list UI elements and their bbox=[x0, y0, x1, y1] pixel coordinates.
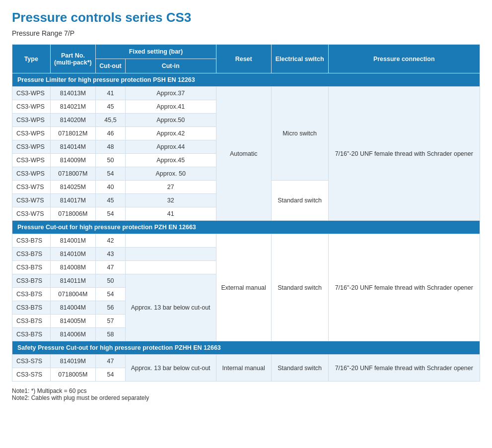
notes-section: Note1: *) Multipack = 60 pcs Note2: Cabl… bbox=[12, 387, 480, 401]
cell-cutin: Approx.50 bbox=[125, 114, 216, 127]
cell-pressure-connection: 7/16"-20 UNF female thread with Schrader… bbox=[328, 355, 480, 382]
cell-partno: 0718006M bbox=[50, 207, 96, 221]
cell-cutout: 54 bbox=[96, 288, 125, 301]
header-partno: Part No.(multi-pack*) bbox=[50, 45, 96, 73]
cell-cutin: Approx.45 bbox=[125, 154, 216, 167]
cell-cutout: 42 bbox=[96, 234, 125, 248]
cell-reset: Internal manual bbox=[216, 355, 271, 382]
page-title: Pressure controls series CS3 bbox=[12, 10, 480, 25]
cell-cutin: Approx. 50 bbox=[125, 167, 216, 181]
cell-partno: 814009M bbox=[50, 154, 96, 167]
cell-cutin bbox=[125, 261, 216, 274]
cell-cutout: 50 bbox=[96, 274, 125, 288]
cell-cutout: 45,5 bbox=[96, 114, 125, 127]
cell-cutout: 54 bbox=[96, 368, 125, 382]
cell-partno: 0718012M bbox=[50, 127, 96, 140]
cell-type: CS3-WPS bbox=[12, 100, 51, 114]
cell-type: CS3-WPS bbox=[12, 154, 51, 167]
cell-type: CS3-S7S bbox=[12, 355, 51, 368]
table-row: CS3-S7S814019M47Approx. 13 bar below cut… bbox=[12, 355, 480, 368]
cell-cutout: 50 bbox=[96, 154, 125, 167]
section-header-1: Pressure Cut-out for high pressure prote… bbox=[12, 221, 480, 234]
cell-electrical-switch: Micro switch bbox=[271, 87, 328, 181]
cell-type: CS3-B7S bbox=[12, 288, 51, 301]
cell-cutout: 45 bbox=[96, 100, 125, 114]
cell-cutin: 41 bbox=[125, 207, 216, 221]
cell-cutout: 54 bbox=[96, 167, 125, 181]
cell-type: CS3-B7S bbox=[12, 315, 51, 328]
cell-partno: 0718007M bbox=[50, 167, 96, 181]
cell-partno: 0718005M bbox=[50, 368, 96, 382]
subtitle: Pressure Range 7/P bbox=[12, 29, 480, 37]
cell-cutout: 57 bbox=[96, 315, 125, 328]
cell-cutin bbox=[125, 248, 216, 261]
cell-cutin: 27 bbox=[125, 181, 216, 194]
cell-partno: 814006M bbox=[50, 328, 96, 341]
cell-partno: 814025M bbox=[50, 181, 96, 194]
cell-partno: 814014M bbox=[50, 140, 96, 154]
main-table: Type Part No.(multi-pack*) Fixed setting… bbox=[12, 44, 480, 382]
cell-cutin: Approx.42 bbox=[125, 127, 216, 140]
cell-reset: Automatic bbox=[216, 87, 271, 221]
cell-cutin: Approx.44 bbox=[125, 140, 216, 154]
cell-type: CS3-B7S bbox=[12, 301, 51, 315]
header-cutin: Cut-in bbox=[125, 59, 216, 73]
cell-cutin: Approx.37 bbox=[125, 87, 216, 100]
cell-electrical-switch: Standard switch bbox=[271, 181, 328, 221]
note2: Note2: Cables with plug must be ordered … bbox=[12, 394, 480, 401]
cell-type: CS3-W7S bbox=[12, 181, 51, 194]
cell-partno: 814011M bbox=[50, 274, 96, 288]
cell-type: CS3-WPS bbox=[12, 167, 51, 181]
cell-cutin: Approx. 13 bar below cut-out bbox=[125, 274, 216, 341]
cell-partno: 814019M bbox=[50, 355, 96, 368]
cell-cutout: 43 bbox=[96, 248, 125, 261]
cell-cutout: 45 bbox=[96, 194, 125, 207]
cell-reset: External manual bbox=[216, 234, 271, 341]
cell-cutout: 54 bbox=[96, 207, 125, 221]
cell-cutout: 46 bbox=[96, 127, 125, 140]
cell-partno: 814010M bbox=[50, 248, 96, 261]
section-header-2: Safety Pressure Cut-out for high pressur… bbox=[12, 341, 480, 355]
cell-type: CS3-B7S bbox=[12, 234, 51, 248]
cell-electrical-switch: Standard switch bbox=[271, 355, 328, 382]
cell-partno: 814013M bbox=[50, 87, 96, 100]
cell-type: CS3-B7S bbox=[12, 328, 51, 341]
cell-type: CS3-B7S bbox=[12, 248, 51, 261]
cell-type: CS3-WPS bbox=[12, 127, 51, 140]
cell-cutin: Approx.41 bbox=[125, 100, 216, 114]
cell-partno: 814021M bbox=[50, 100, 96, 114]
cell-pressure-connection: 7/16"-20 UNF female thread with Schrader… bbox=[328, 234, 480, 341]
cell-partno: 814001M bbox=[50, 234, 96, 248]
table-row: CS3-WPS814013M41Approx.37AutomaticMicro … bbox=[12, 87, 480, 100]
cell-cutout: 47 bbox=[96, 261, 125, 274]
cell-cutout: 48 bbox=[96, 140, 125, 154]
cell-cutout: 47 bbox=[96, 355, 125, 368]
header-pressure-connection: Pressure connection bbox=[328, 45, 480, 73]
cell-partno: 814005M bbox=[50, 315, 96, 328]
cell-partno: 814004M bbox=[50, 301, 96, 315]
cell-pressure-connection: 7/16"-20 UNF female thread with Schrader… bbox=[328, 87, 480, 221]
cell-partno: 814020M bbox=[50, 114, 96, 127]
cell-partno: 814008M bbox=[50, 261, 96, 274]
cell-cutin: Approx. 13 bar below cut-out bbox=[125, 355, 216, 382]
cell-type: CS3-WPS bbox=[12, 114, 51, 127]
table-row: CS3-B7S814001M42External manualStandard … bbox=[12, 234, 480, 248]
header-electrical-switch: Electrical switch bbox=[271, 45, 328, 73]
cell-type: CS3-B7S bbox=[12, 274, 51, 288]
cell-type: CS3-W7S bbox=[12, 194, 51, 207]
cell-electrical-switch: Standard switch bbox=[271, 234, 328, 341]
cell-cutout: 58 bbox=[96, 328, 125, 341]
header-type: Type bbox=[12, 45, 51, 73]
cell-cutout: 40 bbox=[96, 181, 125, 194]
cell-cutin: 32 bbox=[125, 194, 216, 207]
cell-type: CS3-W7S bbox=[12, 207, 51, 221]
header-reset: Reset bbox=[216, 45, 271, 73]
cell-type: CS3-B7S bbox=[12, 261, 51, 274]
cell-cutin bbox=[125, 234, 216, 248]
cell-cutout: 56 bbox=[96, 301, 125, 315]
cell-partno: 0718004M bbox=[50, 288, 96, 301]
cell-cutout: 41 bbox=[96, 87, 125, 100]
cell-type: CS3-WPS bbox=[12, 140, 51, 154]
section-header-0: Pressure Limiter for high pressure prote… bbox=[12, 73, 480, 87]
note1: Note1: *) Multipack = 60 pcs bbox=[12, 387, 480, 394]
